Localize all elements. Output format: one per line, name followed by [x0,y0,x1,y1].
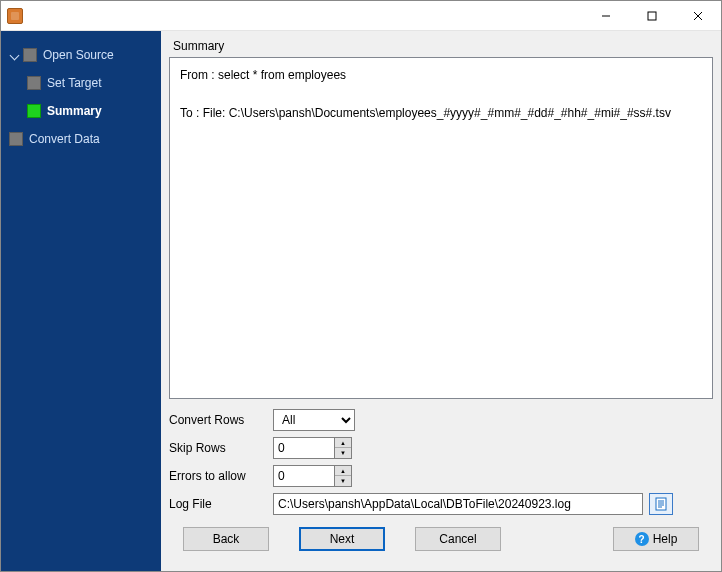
step-icon [9,132,23,146]
document-icon [655,497,667,511]
close-button[interactable] [675,1,721,31]
errors-allow-up-button[interactable]: ▲ [335,466,351,476]
sidebar-item-convert-data[interactable]: Convert Data [1,125,161,153]
cancel-button[interactable]: Cancel [415,527,501,551]
step-icon [27,104,41,118]
skip-rows-down-button[interactable]: ▼ [335,448,351,458]
errors-allow-label: Errors to allow [169,469,269,483]
step-icon [23,48,37,62]
sidebar-item-label: Set Target [47,76,101,90]
summary-textarea[interactable]: From : select * from employees To : File… [169,57,713,399]
help-button[interactable]: ? Help [613,527,699,551]
skip-rows-input[interactable] [273,437,335,459]
sidebar-item-label: Convert Data [29,132,100,146]
svg-rect-4 [656,498,666,510]
main-panel: Summary From : select * from employees T… [161,31,721,571]
convert-rows-label: Convert Rows [169,413,269,427]
app-window: Open Source Set Target Summary Convert D… [0,0,722,572]
log-file-input[interactable] [273,493,643,515]
help-icon: ? [635,532,649,546]
step-icon [27,76,41,90]
next-button[interactable]: Next [299,527,385,551]
tree-toggle-icon [9,50,19,60]
titlebar [1,1,721,31]
back-button[interactable]: Back [183,527,269,551]
skip-rows-up-button[interactable]: ▲ [335,438,351,448]
wizard-sidebar: Open Source Set Target Summary Convert D… [1,31,161,571]
sidebar-item-open-source[interactable]: Open Source [1,41,161,69]
maximize-button[interactable] [629,1,675,31]
minimize-button[interactable] [583,1,629,31]
sidebar-item-label: Summary [47,104,102,118]
errors-allow-input[interactable] [273,465,335,487]
sidebar-item-set-target[interactable]: Set Target [1,69,161,97]
sidebar-item-label: Open Source [43,48,114,62]
summary-heading: Summary [169,35,713,57]
errors-allow-down-button[interactable]: ▼ [335,476,351,486]
log-file-browse-button[interactable] [649,493,673,515]
convert-rows-select[interactable]: All [273,409,355,431]
skip-rows-label: Skip Rows [169,441,269,455]
svg-rect-1 [648,12,656,20]
log-file-label: Log File [169,497,269,511]
app-icon [7,8,23,24]
sidebar-item-summary[interactable]: Summary [1,97,161,125]
